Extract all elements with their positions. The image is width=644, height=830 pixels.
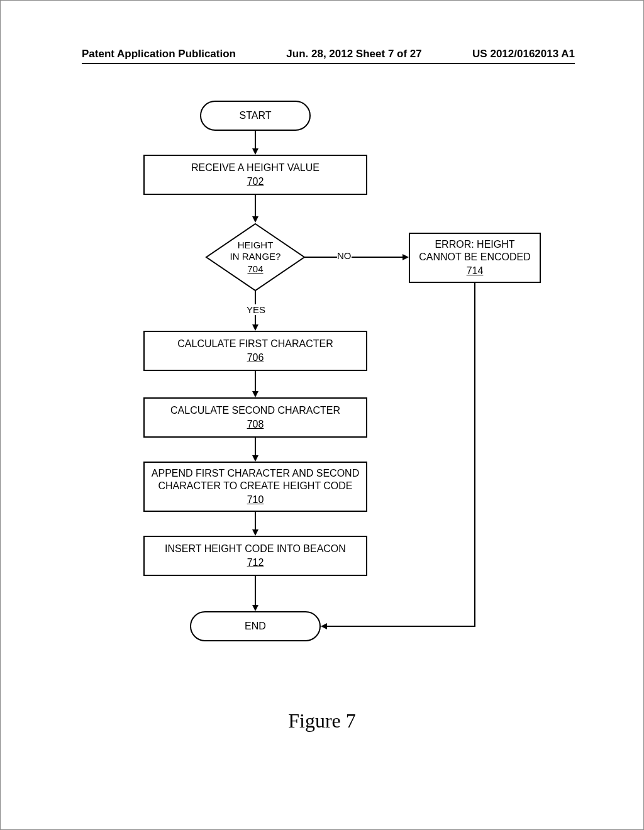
node-ref: 704 [247, 263, 263, 275]
calc-second-node: CALCULATE SECOND CHARACTER 708 [143, 397, 367, 438]
start-node: START [200, 101, 311, 131]
arrow [255, 131, 256, 150]
node-l2: CHARACTER TO CREATE HEIGHT CODE [158, 480, 352, 492]
d-l2: IN RANGE? [230, 251, 281, 262]
node-l1: ERROR: HEIGHT [435, 238, 514, 251]
arrowhead-icon [321, 623, 327, 629]
end-node: END [190, 611, 321, 641]
height-in-range-decision: HEIGHT IN RANGE? 704 [205, 223, 306, 292]
node-text: CALCULATE SECOND CHARACTER [170, 404, 340, 417]
node-text: RECEIVE A HEIGHT VALUE [191, 162, 319, 174]
arrow [255, 195, 256, 218]
arrow [255, 438, 256, 456]
node-l1: APPEND FIRST CHARACTER AND SECOND [152, 467, 359, 480]
node-ref: 714 [467, 265, 484, 277]
arrowhead-icon [402, 254, 409, 260]
node-ref: 702 [247, 175, 264, 188]
node-text: INSERT HEIGHT CODE INTO BEACON [165, 543, 346, 555]
node-ref: 710 [247, 494, 264, 506]
arrow [304, 257, 404, 258]
header-right: US 2012/0162013 A1 [472, 48, 575, 60]
node-ref: 712 [247, 556, 264, 569]
figure-caption: Figure 7 [0, 709, 644, 733]
append-node: APPEND FIRST CHARACTER AND SECOND CHARAC… [143, 462, 367, 512]
arrow [255, 512, 256, 531]
header-left: Patent Application Publication [82, 48, 236, 60]
arrow [255, 371, 256, 392]
calc-first-node: CALCULATE FIRST CHARACTER 706 [143, 331, 367, 371]
start-label: START [240, 110, 272, 121]
arrow [474, 283, 475, 626]
arrowhead-icon [252, 529, 258, 536]
arrowhead-icon [252, 148, 258, 155]
arrowhead-icon [252, 391, 258, 397]
node-text: CALCULATE FIRST CHARACTER [177, 338, 333, 350]
node-ref: 708 [247, 418, 264, 431]
arrowhead-icon [252, 605, 258, 611]
node-ref: 706 [247, 351, 264, 364]
node-l2: CANNOT BE ENCODED [419, 251, 531, 263]
receive-height-node: RECEIVE A HEIGHT VALUE 702 [143, 155, 367, 195]
no-label: NO [337, 250, 352, 261]
diamond-text: HEIGHT IN RANGE? 704 [205, 223, 306, 292]
header-center: Jun. 28, 2012 Sheet 7 of 27 [286, 48, 421, 60]
d-l1: HEIGHT [238, 240, 274, 251]
page-header: Patent Application Publication Jun. 28, … [82, 48, 575, 64]
arrowhead-icon [252, 324, 258, 331]
end-label: END [245, 621, 266, 632]
arrowhead-icon [252, 455, 258, 462]
arrowhead-icon [252, 216, 258, 223]
yes-label: YES [247, 304, 265, 315]
insert-beacon-node: INSERT HEIGHT CODE INTO BEACON 712 [143, 536, 367, 576]
arrow [327, 626, 475, 627]
flowchart: START RECEIVE A HEIGHT VALUE 702 HEIGHT … [0, 101, 644, 729]
error-node: ERROR: HEIGHT CANNOT BE ENCODED 714 [409, 233, 541, 283]
arrow [255, 576, 256, 606]
